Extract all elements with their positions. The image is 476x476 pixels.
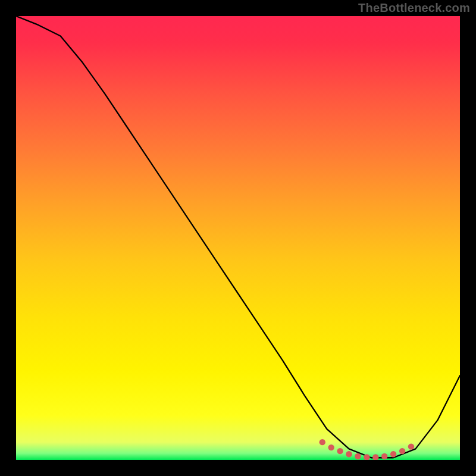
gradient-background	[16, 16, 460, 460]
highlight-dot	[408, 443, 414, 449]
highlight-dot	[346, 451, 352, 457]
highlight-dot	[355, 453, 361, 459]
attribution-text: TheBottleneck.com	[358, 1, 470, 15]
highlight-dot	[390, 451, 396, 457]
chart-frame: TheBottleneck.com	[0, 0, 476, 476]
highlight-dot	[337, 448, 343, 454]
highlight-dot	[381, 453, 387, 459]
bottleneck-curve-chart	[16, 16, 460, 460]
highlight-dot	[328, 444, 334, 450]
highlight-dot	[399, 448, 405, 454]
highlight-dot	[320, 439, 325, 445]
